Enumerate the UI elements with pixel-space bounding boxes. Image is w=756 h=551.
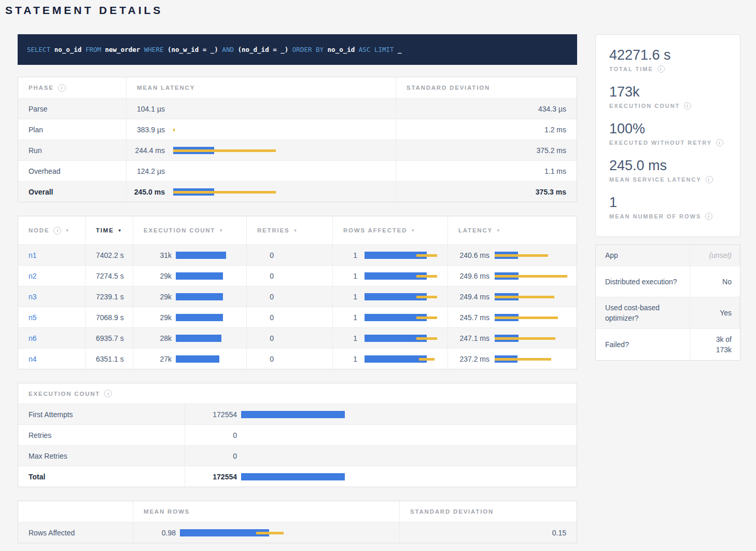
execution-count-value: 27k xyxy=(139,355,172,363)
rows-affected-value: 1 xyxy=(339,293,357,301)
standard-deviation-column-header[interactable]: STANDARD DEVIATION xyxy=(400,501,577,522)
latency-value: 249.4 ms xyxy=(455,293,489,301)
retries-value: 0 xyxy=(253,313,274,322)
execution-count-column-header[interactable]: EXECUTION COUNT ▼ xyxy=(133,216,247,244)
node-link[interactable]: n1 xyxy=(29,251,37,259)
execution-count-section-label: EXECUTION COUNT xyxy=(29,391,100,397)
node-cell: n6 xyxy=(18,328,86,348)
rows-affected-column-header[interactable]: ROWS AFFECTED ▼ xyxy=(333,216,448,244)
info-icon[interactable]: i xyxy=(657,65,665,73)
info-icon[interactable]: i xyxy=(705,213,712,220)
count-bar xyxy=(241,452,571,460)
node-table: NODE i ▼ TIME ▼ EXECUTION COUNT ▼ RETRIE… xyxy=(18,216,577,369)
stat-executed-without-retry: 100% EXECUTED WITHOUT RETRYi xyxy=(609,121,726,146)
latency-value: 249.6 ms xyxy=(455,272,489,280)
latency-cell: 247.1 ms xyxy=(448,328,577,348)
rows-affected-bar xyxy=(365,313,442,322)
sort-arrow-icon[interactable]: ▼ xyxy=(118,228,122,233)
table-row: n1 7402.2 s 31k 0 1 240.6 ms xyxy=(18,244,577,265)
standard-deviation-cell: 375.2 ms xyxy=(396,140,577,160)
mean-latency-value: 124.2 µs xyxy=(133,167,165,175)
sort-arrow-icon[interactable]: ▼ xyxy=(411,228,415,233)
table-row: n5 7068.9 s 29k 0 1 245.7 ms xyxy=(18,307,577,327)
rows-affected-label-cell: Rows Affected xyxy=(18,522,133,543)
stat-value: 173k xyxy=(609,84,726,100)
cost-based-optimizer-label: Used cost-based optimizer? xyxy=(596,297,690,328)
standard-deviation-cell: 434.3 µs xyxy=(396,99,577,119)
retries-cell: 0 xyxy=(247,307,333,327)
stat-value: 1 xyxy=(609,195,726,210)
execution-count-section-header: EXECUTION COUNT i xyxy=(18,383,577,404)
sort-arrow-icon[interactable]: ▼ xyxy=(496,228,500,233)
latency-column-header[interactable]: LATENCY ▼ xyxy=(448,216,577,244)
sort-arrow-icon[interactable]: ▼ xyxy=(219,228,223,233)
execution-count-cell: 29k xyxy=(133,286,247,307)
node-link[interactable]: n4 xyxy=(29,355,37,363)
latency-cell: 249.4 ms xyxy=(448,286,577,307)
count-bar xyxy=(241,431,571,439)
app-label: App xyxy=(596,245,690,266)
node-column-header[interactable]: NODE i ▼ xyxy=(18,216,86,244)
info-icon[interactable]: i xyxy=(104,390,112,397)
execution-count-bar xyxy=(176,272,241,280)
sql-token: LIMIT xyxy=(374,46,394,53)
mean-rows-bar xyxy=(180,529,394,537)
info-icon[interactable]: i xyxy=(684,102,691,109)
mean-latency-column-header[interactable]: MEAN LATENCY xyxy=(127,77,396,98)
stat-label: TOTAL TIMEi xyxy=(609,65,726,73)
sql-token: new_order xyxy=(105,46,141,53)
time-column-header[interactable]: TIME ▼ xyxy=(86,216,133,244)
stat-label-text: MEAN NUMBER OF ROWS xyxy=(609,213,701,219)
summary-stats-card: 42271.6 s TOTAL TIMEi 173k EXECUTION COU… xyxy=(595,34,740,237)
table-row: n3 7239.1 s 29k 0 1 249.4 ms xyxy=(18,286,577,307)
execution-count-value: 31k xyxy=(139,251,172,259)
phase-column-header[interactable]: PHASE i xyxy=(18,77,127,98)
mean-rows-header-label: MEAN ROWS xyxy=(144,508,190,515)
rows-affected-bar xyxy=(365,272,442,280)
retries-column-header[interactable]: RETRIES ▼ xyxy=(247,216,333,244)
rows-affected-value: 1 xyxy=(339,313,357,322)
info-icon[interactable]: i xyxy=(706,176,713,183)
execution-count-cell: 29k xyxy=(133,266,247,286)
app-value: (unset) xyxy=(690,245,740,266)
time-cell: 7068.9 s xyxy=(86,307,133,327)
standard-deviation-column-header[interactable]: STANDARD DEVIATION xyxy=(396,77,577,98)
retries-cell: 0 xyxy=(247,266,333,286)
info-icon[interactable]: i xyxy=(58,84,66,92)
latency-bar xyxy=(495,272,571,280)
table-row: First Attempts 172554 xyxy=(18,404,577,424)
phase-header-label: PHASE xyxy=(29,85,54,91)
phase-table: PHASE i MEAN LATENCY STANDARD DEVIATION … xyxy=(18,77,577,202)
distributed-execution-value: No xyxy=(690,266,740,297)
execution-count-value: 28k xyxy=(139,334,172,342)
sql-statement-box: SELECT no_o_id FROM new_order WHERE (no_… xyxy=(18,34,577,65)
main-column: SELECT no_o_id FROM new_order WHERE (no_… xyxy=(18,34,577,543)
sort-arrow-icon[interactable]: ▼ xyxy=(293,228,297,233)
execution-count-value: 29k xyxy=(139,313,172,322)
statement-details-page: STATEMENT DETAILS SELECT no_o_id FROM ne… xyxy=(0,0,756,551)
node-cell: n2 xyxy=(18,266,86,286)
node-link[interactable]: n2 xyxy=(29,272,37,280)
node-link[interactable]: n3 xyxy=(29,293,37,301)
table-row: n4 6351.1 s 27k 0 1 237.2 ms xyxy=(18,348,577,369)
latency-bar xyxy=(173,146,390,155)
latency-cell: 249.6 ms xyxy=(448,266,577,286)
mean-latency-cell: 245.0 ms xyxy=(127,182,396,202)
latency-bar xyxy=(173,188,390,196)
execution-count-value: 29k xyxy=(139,272,172,280)
node-link[interactable]: n6 xyxy=(29,334,37,342)
mean-rows-column-header[interactable]: MEAN ROWS xyxy=(133,501,400,522)
execution-count-table-header: EXECUTION COUNT i xyxy=(18,383,577,404)
standard-deviation-cell: 0.15 xyxy=(400,522,577,543)
rows-affected-bar xyxy=(365,293,442,301)
stat-label: MEAN SERVICE LATENCYi xyxy=(609,176,726,183)
table-row: n2 7274.5 s 29k 0 1 249.6 ms xyxy=(18,265,577,286)
info-icon[interactable]: i xyxy=(716,139,723,146)
latency-bar xyxy=(173,126,390,134)
count-value: 172554 xyxy=(191,473,237,481)
stat-execution-count: 173k EXECUTION COUNTi xyxy=(609,84,726,109)
node-link[interactable]: n5 xyxy=(29,313,37,322)
sort-arrow-icon[interactable]: ▼ xyxy=(65,228,69,233)
phase-cell: Plan xyxy=(18,119,127,140)
info-icon[interactable]: i xyxy=(53,227,61,235)
